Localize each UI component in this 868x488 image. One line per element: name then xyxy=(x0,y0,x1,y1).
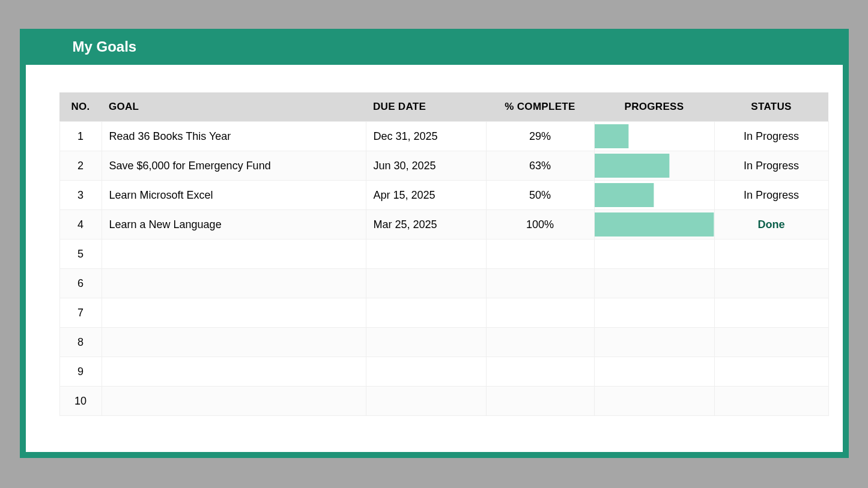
table-row[interactable]: 6 xyxy=(59,269,828,298)
cell-pct[interactable] xyxy=(486,298,594,328)
table-row[interactable]: 5 xyxy=(59,239,828,269)
cell-progress xyxy=(594,151,714,181)
cell-due[interactable]: Jun 30, 2025 xyxy=(366,151,486,181)
progress-track xyxy=(595,154,714,178)
cell-status[interactable]: Done xyxy=(714,210,828,239)
cell-pct[interactable]: 29% xyxy=(486,122,594,151)
cell-progress xyxy=(594,298,714,328)
cell-goal[interactable] xyxy=(102,387,366,416)
progress-track xyxy=(595,183,714,207)
cell-no: 6 xyxy=(59,269,102,298)
cell-no: 9 xyxy=(59,357,102,387)
progress-track xyxy=(595,212,714,236)
cell-due[interactable] xyxy=(366,269,486,298)
cell-goal[interactable] xyxy=(102,328,366,357)
page-title: My Goals xyxy=(73,38,137,55)
col-due-header: DUE DATE xyxy=(366,92,486,122)
cell-pct[interactable] xyxy=(486,387,594,416)
cell-pct[interactable] xyxy=(486,328,594,357)
cell-goal[interactable] xyxy=(102,269,366,298)
cell-due[interactable] xyxy=(366,357,486,387)
cell-goal[interactable]: Save $6,000 for Emergency Fund xyxy=(102,151,366,181)
cell-progress xyxy=(594,210,714,239)
cell-status[interactable] xyxy=(714,357,828,387)
cell-due[interactable] xyxy=(366,298,486,328)
cell-status[interactable]: In Progress xyxy=(714,122,828,151)
cell-goal[interactable]: Read 36 Books This Year xyxy=(102,122,366,151)
goals-table-body: 1Read 36 Books This YearDec 31, 202529%I… xyxy=(59,122,828,416)
cell-progress xyxy=(594,239,714,269)
cell-pct[interactable]: 100% xyxy=(486,210,594,239)
card-header: My Goals xyxy=(26,29,843,65)
progress-bar xyxy=(595,124,630,148)
cell-no: 10 xyxy=(59,387,102,416)
table-row[interactable]: 1Read 36 Books This YearDec 31, 202529%I… xyxy=(59,122,828,151)
cell-status[interactable] xyxy=(714,269,828,298)
cell-pct[interactable]: 50% xyxy=(486,181,594,210)
cell-goal[interactable] xyxy=(102,239,366,269)
cell-progress xyxy=(594,357,714,387)
cell-no: 7 xyxy=(59,298,102,328)
cell-progress xyxy=(594,328,714,357)
cell-pct[interactable]: 63% xyxy=(486,151,594,181)
progress-bar xyxy=(595,154,670,178)
cell-goal[interactable]: Learn a New Language xyxy=(102,210,366,239)
cell-progress xyxy=(594,387,714,416)
progress-bar xyxy=(595,212,714,236)
cell-no: 3 xyxy=(59,181,102,210)
goals-card: My Goals NO. GOAL DUE DATE % COMPLETE PR… xyxy=(20,29,849,458)
cell-due[interactable] xyxy=(366,239,486,269)
cell-pct[interactable] xyxy=(486,269,594,298)
header-row: NO. GOAL DUE DATE % COMPLETE PROGRESS ST… xyxy=(59,92,828,122)
cell-status[interactable] xyxy=(714,239,828,269)
cell-status[interactable] xyxy=(714,298,828,328)
cell-due[interactable]: Mar 25, 2025 xyxy=(366,210,486,239)
cell-status[interactable] xyxy=(714,387,828,416)
cell-no: 1 xyxy=(59,122,102,151)
progress-bar xyxy=(595,183,655,207)
cell-status[interactable]: In Progress xyxy=(714,181,828,210)
cell-pct[interactable] xyxy=(486,239,594,269)
goals-table: NO. GOAL DUE DATE % COMPLETE PROGRESS ST… xyxy=(59,92,829,416)
goals-table-head: NO. GOAL DUE DATE % COMPLETE PROGRESS ST… xyxy=(59,92,828,122)
cell-no: 4 xyxy=(59,210,102,239)
cell-no: 2 xyxy=(59,151,102,181)
col-status-header: STATUS xyxy=(714,92,828,122)
cell-no: 8 xyxy=(59,328,102,357)
table-row[interactable]: 3Learn Microsoft ExcelApr 15, 202550%In … xyxy=(59,181,828,210)
table-row[interactable]: 9 xyxy=(59,357,828,387)
cell-progress xyxy=(594,269,714,298)
col-pct-header: % COMPLETE xyxy=(486,92,594,122)
cell-due[interactable]: Apr 15, 2025 xyxy=(366,181,486,210)
cell-pct[interactable] xyxy=(486,357,594,387)
table-row[interactable]: 4Learn a New LanguageMar 25, 2025100%Don… xyxy=(59,210,828,239)
table-row[interactable]: 7 xyxy=(59,298,828,328)
table-row[interactable]: 2Save $6,000 for Emergency FundJun 30, 2… xyxy=(59,151,828,181)
cell-progress xyxy=(594,122,714,151)
cell-status[interactable] xyxy=(714,328,828,357)
progress-track xyxy=(595,124,714,148)
col-goal-header: GOAL xyxy=(102,92,366,122)
cell-goal[interactable] xyxy=(102,357,366,387)
cell-goal[interactable] xyxy=(102,298,366,328)
cell-progress xyxy=(594,181,714,210)
cell-due[interactable] xyxy=(366,328,486,357)
col-no-header: NO. xyxy=(59,92,102,122)
cell-due[interactable] xyxy=(366,387,486,416)
card-body: NO. GOAL DUE DATE % COMPLETE PROGRESS ST… xyxy=(26,65,843,452)
cell-status[interactable]: In Progress xyxy=(714,151,828,181)
cell-goal[interactable]: Learn Microsoft Excel xyxy=(102,181,366,210)
table-row[interactable]: 8 xyxy=(59,328,828,357)
cell-no: 5 xyxy=(59,239,102,269)
table-row[interactable]: 10 xyxy=(59,387,828,416)
cell-due[interactable]: Dec 31, 2025 xyxy=(366,122,486,151)
col-progress-header: PROGRESS xyxy=(594,92,714,122)
